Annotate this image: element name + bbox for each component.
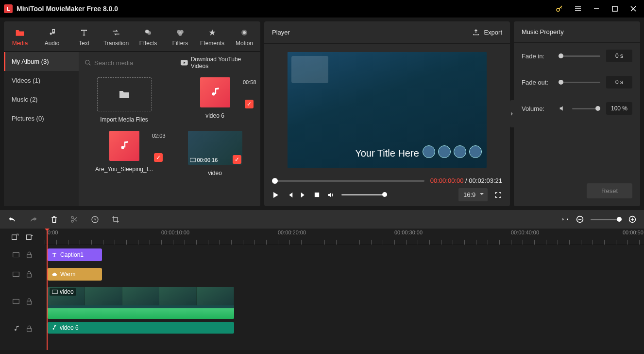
zoom-in-button[interactable] — [628, 215, 636, 223]
svg-point-8 — [243, 31, 246, 34]
speed-button[interactable] — [91, 215, 99, 224]
zoom-slider[interactable] — [591, 219, 622, 220]
tab-filters[interactable]: Filters — [164, 21, 196, 52]
title-bar: L MiniTool MovieMaker Free 8.0.0 — [0, 0, 644, 18]
reset-button[interactable]: Reset — [587, 183, 632, 198]
music-note-icon — [118, 140, 131, 152]
crop-button[interactable] — [112, 215, 119, 223]
svg-rect-11 — [190, 158, 195, 162]
sidebar-item-pictures[interactable]: Pictures (0) — [4, 109, 79, 128]
fullscreen-button[interactable] — [494, 191, 502, 199]
media-item[interactable]: 00:58 ✓ video 6 — [175, 77, 254, 123]
aspect-ratio-select[interactable]: 16:9 — [458, 188, 488, 201]
search-icon — [85, 59, 91, 66]
media-item[interactable]: 00:00:16 ✓ video — [175, 131, 254, 177]
import-media-tile[interactable]: Import Media Files — [85, 77, 164, 123]
menu-icon[interactable] — [571, 2, 585, 16]
lock-icon[interactable] — [26, 251, 32, 258]
stop-button[interactable] — [314, 192, 320, 198]
fade-in-slider[interactable] — [559, 55, 600, 57]
app-title: MiniTool MovieMaker Free 8.0.0 — [17, 5, 549, 13]
app-logo: L — [4, 4, 13, 13]
svg-rect-24 — [13, 299, 19, 303]
media-categories: My Album (3) Videos (1) Music (2) Pictur… — [4, 52, 79, 206]
video-preview[interactable]: Your Title Here — [288, 52, 487, 168]
minimize-button[interactable] — [590, 2, 603, 16]
tab-effects[interactable]: Effects — [132, 21, 164, 52]
volume-prop-slider[interactable] — [572, 108, 600, 109]
filmstrip-icon — [13, 252, 19, 258]
tab-transition[interactable]: Transition — [100, 21, 132, 52]
remove-track-icon[interactable] — [26, 233, 34, 241]
split-button[interactable] — [70, 215, 78, 223]
clip-caption[interactable]: Caption1 — [48, 248, 102, 261]
next-frame-button[interactable] — [300, 192, 307, 198]
timeline-toolbar — [0, 210, 644, 229]
sidebar-item-videos[interactable]: Videos (1) — [4, 71, 79, 90]
download-youtube-link[interactable]: Download YouTube Videos — [181, 56, 254, 70]
title-overlay-text: Your Title Here — [288, 148, 487, 159]
tab-text[interactable]: Text — [68, 21, 100, 52]
playhead[interactable] — [47, 229, 48, 350]
svg-rect-22 — [13, 272, 19, 276]
tab-media[interactable]: Media — [4, 21, 36, 52]
sidebar-item-myalbum[interactable]: My Album (3) — [4, 52, 79, 71]
filmstrip-icon — [13, 299, 19, 304]
panel-collapse-button[interactable] — [510, 100, 514, 127]
timeline: 0:00 00:00:10:00 00:00:20:00 00:00:30:00… — [0, 229, 644, 350]
tab-audio[interactable]: Audio — [36, 21, 68, 52]
search-input[interactable] — [94, 59, 176, 67]
undo-button[interactable] — [8, 215, 17, 223]
clip-effect[interactable]: Warm — [48, 268, 102, 281]
volume-icon — [559, 105, 566, 112]
svg-rect-20 — [13, 252, 19, 257]
svg-rect-18 — [12, 235, 17, 240]
play-button[interactable] — [272, 191, 280, 199]
music-note-icon — [51, 325, 57, 331]
fade-out-label: Fade out: — [522, 79, 553, 86]
svg-point-9 — [85, 60, 89, 64]
svg-rect-12 — [315, 193, 319, 197]
lock-icon[interactable] — [26, 325, 32, 332]
prev-frame-button[interactable] — [287, 192, 293, 198]
volume-icon[interactable] — [327, 191, 335, 199]
music-note-icon — [13, 325, 19, 332]
close-button[interactable] — [627, 2, 640, 16]
zoom-out-button[interactable] — [576, 215, 584, 223]
maximize-button[interactable] — [608, 2, 622, 16]
tab-motion[interactable]: Motion — [228, 21, 260, 52]
player-panel: Player Export Your Title Here 00:00:00:0… — [264, 21, 510, 206]
tab-elements[interactable]: Elements — [196, 21, 228, 52]
toolbox-panel: Media Audio Text Transition Effects Filt… — [4, 21, 260, 206]
volume-slider[interactable] — [341, 194, 387, 195]
clip-audio[interactable]: video 6 — [48, 322, 234, 334]
track-head-audio — [0, 319, 45, 338]
svg-rect-25 — [27, 301, 32, 304]
properties-panel: Music Property Fade in: 0 s Fade out: 0 … — [514, 21, 640, 206]
volume-value: 100 % — [606, 102, 632, 115]
redo-button[interactable] — [29, 215, 38, 223]
player-title: Player — [272, 29, 290, 36]
filmstrip-icon — [52, 289, 58, 294]
cloud-icon — [51, 271, 57, 277]
fit-timeline-button[interactable] — [561, 216, 569, 223]
lock-icon[interactable] — [26, 271, 32, 278]
seek-bar[interactable] — [272, 180, 424, 182]
media-duration: 02:03 — [152, 133, 166, 139]
added-check-icon: ✓ — [245, 100, 254, 108]
media-duration: 00:00:16 — [190, 157, 218, 163]
volume-label: Volume: — [522, 105, 553, 112]
timeline-ruler[interactable]: 0:00 00:00:10:00 00:00:20:00 00:00:30:00… — [45, 229, 644, 245]
sidebar-item-music[interactable]: Music (2) — [4, 90, 79, 109]
media-item[interactable]: 02:03 ✓ Are_You_Sleeping_I... — [85, 131, 164, 177]
fade-in-label: Fade in: — [522, 53, 553, 60]
added-check-icon: ✓ — [233, 155, 241, 164]
lock-icon[interactable] — [26, 298, 32, 305]
license-key-icon[interactable] — [553, 2, 566, 16]
search-media[interactable] — [85, 59, 176, 67]
clip-video[interactable]: video — [48, 287, 234, 319]
delete-button[interactable] — [51, 215, 58, 224]
fade-out-slider[interactable] — [559, 82, 600, 83]
add-track-icon[interactable] — [11, 233, 19, 241]
export-button[interactable]: Export — [472, 29, 502, 36]
